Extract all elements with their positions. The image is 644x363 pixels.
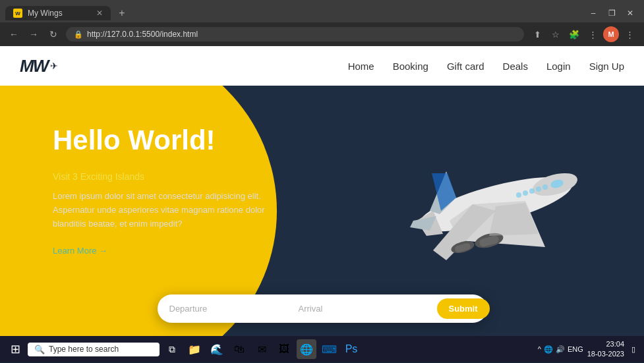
taskbar-search-icon: 🔍 bbox=[34, 345, 45, 354]
window-controls: – ❐ ✕ bbox=[585, 5, 639, 22]
extensions-icon[interactable]: 🧩 bbox=[566, 26, 582, 42]
start-button[interactable]: ⊞ bbox=[5, 339, 25, 359]
browser-chrome: W My Wings ✕ + – ❐ ✕ ← → ↻ 🔒 http://127.… bbox=[0, 0, 644, 46]
airplane-image bbox=[394, 119, 604, 283]
taskbar-search-box[interactable]: 🔍 Type here to search bbox=[28, 343, 160, 356]
taskbar-search-text: Type here to search bbox=[49, 345, 119, 354]
svg-point-15 bbox=[542, 184, 548, 190]
minimize-button[interactable]: – bbox=[585, 5, 602, 22]
vscode-icon[interactable]: ⌨ bbox=[319, 339, 339, 359]
profile-icon[interactable]: M bbox=[603, 26, 619, 42]
store-icon[interactable]: 🛍 bbox=[229, 339, 249, 359]
hero-body: Lorem ipsum dolor sit amet consectetur a… bbox=[53, 190, 277, 231]
lock-icon: 🔒 bbox=[74, 30, 83, 39]
departure-input[interactable] bbox=[163, 300, 287, 318]
hero-content: Hello World! Visit 3 Exciting Islands Lo… bbox=[53, 125, 277, 256]
tab-bar: W My Wings ✕ + – ❐ ✕ bbox=[0, 0, 644, 22]
nav-home[interactable]: Home bbox=[348, 61, 374, 72]
tab-title: My Wings bbox=[28, 9, 63, 18]
arrival-input[interactable] bbox=[292, 300, 416, 318]
hero-title: Hello World! bbox=[53, 125, 277, 155]
tab-close-button[interactable]: ✕ bbox=[96, 9, 103, 18]
submit-button[interactable]: Submit bbox=[437, 298, 490, 319]
logo-text: MW bbox=[20, 56, 47, 76]
photoshop-icon[interactable]: Ps bbox=[341, 339, 361, 359]
forward-button[interactable]: → bbox=[26, 27, 41, 42]
url-text: http://127.0.0.1:5500/index.html bbox=[87, 30, 198, 39]
nav-giftcard[interactable]: Gift card bbox=[447, 61, 484, 72]
svg-point-14 bbox=[536, 186, 541, 192]
website: MW ✈ Home Booking Gift card Deals Login … bbox=[0, 46, 644, 336]
more-icon[interactable]: ⋮ bbox=[585, 26, 600, 42]
taskbar: ⊞ 🔍 Type here to search ⧉ 📁 🌊 🛍 ✉ 🖼 🌐 ⌨ … bbox=[0, 336, 644, 362]
taskbar-right: ^ 🌐 🔊 ENG 23:04 18-03-2023 ▯ bbox=[538, 339, 639, 360]
show-desktop-button[interactable]: ▯ bbox=[628, 339, 639, 359]
tab-favicon: W bbox=[13, 9, 22, 18]
address-bar-row: ← → ↻ 🔒 http://127.0.0.1:5500/index.html… bbox=[0, 22, 644, 46]
menu-icon[interactable]: ⋮ bbox=[622, 26, 637, 42]
mail-icon[interactable]: ✉ bbox=[252, 339, 272, 359]
site-nav: MW ✈ Home Booking Gift card Deals Login … bbox=[0, 46, 644, 86]
refresh-button[interactable]: ↻ bbox=[46, 27, 61, 42]
tray-lang[interactable]: ENG bbox=[568, 345, 583, 353]
site-nav-links: Home Booking Gift card Deals Login Sign … bbox=[348, 61, 624, 72]
site-logo[interactable]: MW ✈ bbox=[20, 56, 58, 76]
bookmark-icon[interactable]: ☆ bbox=[548, 26, 564, 42]
nav-signup[interactable]: Sign Up bbox=[589, 61, 624, 72]
date-input[interactable] bbox=[421, 299, 434, 318]
svg-point-12 bbox=[523, 190, 528, 196]
tray-volume[interactable]: 🔊 bbox=[556, 345, 565, 354]
share-icon[interactable]: ⬆ bbox=[529, 26, 545, 42]
toolbar-icons: ⬆ ☆ 🧩 ⋮ M ⋮ bbox=[529, 26, 637, 42]
task-view-button[interactable]: ⧉ bbox=[162, 339, 182, 359]
photos-icon[interactable]: 🖼 bbox=[274, 339, 294, 359]
clock-time: 23:04 bbox=[587, 339, 624, 349]
logo-bird-icon: ✈ bbox=[50, 61, 58, 71]
search-bar: Submit bbox=[158, 294, 487, 323]
system-tray: ^ 🌐 🔊 ENG bbox=[538, 345, 583, 354]
chrome-icon[interactable]: 🌐 bbox=[297, 339, 316, 359]
active-tab[interactable]: W My Wings ✕ bbox=[5, 6, 111, 20]
address-bar[interactable]: 🔒 http://127.0.0.1:5500/index.html bbox=[66, 27, 524, 42]
close-button[interactable]: ✕ bbox=[622, 5, 639, 22]
tray-network[interactable]: 🌐 bbox=[544, 345, 553, 354]
hero-section: Hello World! Visit 3 Exciting Islands Lo… bbox=[0, 86, 644, 336]
svg-point-13 bbox=[529, 188, 535, 194]
tray-chevron[interactable]: ^ bbox=[538, 345, 541, 353]
back-button[interactable]: ← bbox=[7, 27, 21, 42]
file-explorer-icon[interactable]: 📁 bbox=[185, 339, 204, 359]
nav-booking[interactable]: Booking bbox=[393, 61, 428, 72]
learn-more-link[interactable]: Learn More → bbox=[53, 246, 107, 256]
nav-login[interactable]: Login bbox=[546, 61, 571, 72]
maximize-button[interactable]: ❐ bbox=[603, 5, 620, 22]
edge-icon[interactable]: 🌊 bbox=[207, 339, 227, 359]
hero-subtitle: Visit 3 Exciting Islands bbox=[53, 171, 277, 182]
clock-date: 18-03-2023 bbox=[587, 349, 624, 359]
nav-deals[interactable]: Deals bbox=[503, 61, 528, 72]
system-clock[interactable]: 23:04 18-03-2023 bbox=[587, 339, 624, 360]
new-tab-button[interactable]: + bbox=[113, 5, 131, 22]
svg-point-11 bbox=[516, 192, 521, 198]
